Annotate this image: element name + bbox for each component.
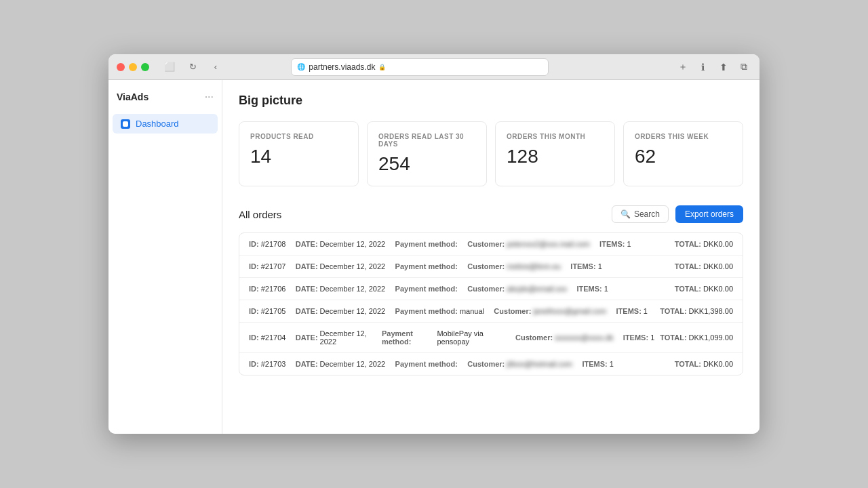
browser-controls: ⬜ ↻ ‹ <box>160 60 225 75</box>
stat-value-products-read: 14 <box>250 146 347 167</box>
stat-card-products-read: PRODUCTS READ 14 <box>239 121 359 186</box>
order-customer-field: Customer: abcjdx@email.xxx <box>467 285 567 293</box>
order-total-field: TOTAL: DKK0.00 <box>675 262 733 270</box>
order-date-field: DATE: December 12, 2022 <box>296 329 372 346</box>
search-icon: 🔍 <box>620 209 631 219</box>
order-items-field: ITEMS: 1 <box>623 333 654 342</box>
sidebar-item-dashboard[interactable]: Dashboard <box>113 114 218 134</box>
export-orders-button[interactable]: Export orders <box>675 205 743 223</box>
order-payment-field: Payment method: <box>395 285 458 293</box>
sidebar-logo: ViaAds ··· <box>108 91 222 114</box>
share-button[interactable]: ⬆ <box>716 60 731 75</box>
order-payment-field: Payment method: <box>395 240 458 248</box>
search-button[interactable]: 🔍 Search <box>612 205 669 223</box>
url-text: partners.viaads.dk <box>309 62 375 72</box>
stats-grid: PRODUCTS READ 14 ORDERS READ LAST 30 DAY… <box>239 121 743 186</box>
section-actions: 🔍 Search Export orders <box>612 205 743 223</box>
table-row[interactable]: ID: #21705 DATE: December 12, 2022 Payme… <box>239 300 743 323</box>
order-total-field: TOTAL: DKK0.00 <box>675 240 733 248</box>
sidebar-toggle-button[interactable]: ⬜ <box>160 60 179 75</box>
order-customer-field: Customer: sxxxxxx@xxxx.dk <box>515 333 613 342</box>
stat-value-orders-last-30: 254 <box>378 153 475 175</box>
order-items-field: ITEMS: 1 <box>582 360 613 368</box>
sidebar-menu-button[interactable]: ··· <box>205 91 214 103</box>
info-button[interactable]: ℹ <box>696 60 711 75</box>
stat-label-orders-month: ORDERS THIS MONTH <box>507 133 604 140</box>
table-row[interactable]: ID: #21708 DATE: December 12, 2022 Payme… <box>239 233 743 256</box>
stat-label-products-read: PRODUCTS READ <box>250 133 347 140</box>
close-button[interactable] <box>117 63 125 71</box>
section-header: All orders 🔍 Search Export orders <box>239 205 743 223</box>
order-total-field: TOTAL: DKK0.00 <box>675 360 733 368</box>
table-row[interactable]: ID: #21707 DATE: December 12, 2022 Payme… <box>239 256 743 278</box>
dashboard-icon <box>121 119 130 129</box>
order-payment-field: Payment method: manual <box>395 307 484 315</box>
stat-value-orders-week: 62 <box>635 146 732 167</box>
page-title: Big picture <box>239 94 743 108</box>
order-id-field: ID: #21707 <box>249 262 285 270</box>
stat-card-orders-month: ORDERS THIS MONTH 128 <box>495 121 615 186</box>
sidebar: ViaAds ··· Dashboard <box>108 80 222 434</box>
order-date-field: DATE: December 12, 2022 <box>296 307 385 315</box>
orders-list: ID: #21708 DATE: December 12, 2022 Payme… <box>239 232 743 375</box>
order-date-field: DATE: December 12, 2022 <box>296 360 385 368</box>
order-items-field: ITEMS: 1 <box>577 285 608 293</box>
stat-card-orders-week: ORDERS THIS WEEK 62 <box>623 121 743 186</box>
order-id-field: ID: #21708 <box>249 240 285 248</box>
reload-button[interactable]: ↻ <box>183 60 202 75</box>
order-payment-field: Payment method: <box>395 360 458 368</box>
order-customer-field: Customer: jillxxx@hotmail.com <box>467 360 572 368</box>
order-date-field: DATE: December 12, 2022 <box>296 262 385 270</box>
stat-label-orders-last-30: ORDERS READ LAST 30 DAYS <box>378 133 475 148</box>
browser-titlebar: ⬜ ↻ ‹ 🌐 partners.viaads.dk 🔒 ＋ ℹ ⬆ ⧉ <box>108 54 760 80</box>
order-payment-field: Payment method: <box>395 262 458 270</box>
order-items-field: ITEMS: 1 <box>570 262 601 270</box>
order-total-field: TOTAL: DKK1,398.00 <box>660 307 733 315</box>
address-bar[interactable]: 🌐 partners.viaads.dk 🔒 <box>291 58 549 76</box>
browser-window: ⬜ ↻ ‹ 🌐 partners.viaads.dk 🔒 ＋ ℹ ⬆ ⧉ Via… <box>108 54 760 434</box>
lock-icon: 🔒 <box>378 64 386 70</box>
order-total-field: TOTAL: DKK0.00 <box>675 285 733 293</box>
order-id-field: ID: #21705 <box>249 307 285 315</box>
table-row[interactable]: ID: #21706 DATE: December 12, 2022 Payme… <box>239 278 743 300</box>
stat-card-orders-last-30: ORDERS READ LAST 30 DAYS 254 <box>367 121 487 186</box>
order-payment-field: Payment method: MobilePay via pensopay <box>382 329 506 346</box>
minimize-button[interactable] <box>129 63 137 71</box>
dashboard-icon-inner <box>123 121 128 127</box>
order-items-field: ITEMS: 1 <box>616 307 648 315</box>
order-date-field: DATE: December 12, 2022 <box>296 285 385 293</box>
back-button[interactable]: ‹ <box>206 60 225 75</box>
table-row[interactable]: ID: #21703 DATE: December 12, 2022 Payme… <box>239 353 743 375</box>
main-content: Big picture PRODUCTS READ 14 ORDERS READ… <box>222 80 760 434</box>
stat-label-orders-week: ORDERS THIS WEEK <box>635 133 732 140</box>
order-customer-field: Customer: peterxxx2@xxx.mail.com <box>467 240 589 248</box>
order-customer-field: Customer: janethxxx@gmail.com <box>494 307 606 315</box>
traffic-lights <box>117 63 149 71</box>
stat-value-orders-month: 128 <box>507 146 604 167</box>
table-row[interactable]: ID: #21704 DATE: December 12, 2022 Payme… <box>239 323 743 353</box>
order-id-field: ID: #21704 <box>249 333 285 342</box>
section-title: All orders <box>239 209 281 220</box>
order-items-field: ITEMS: 1 <box>599 240 631 248</box>
tabs-button[interactable]: ⧉ <box>736 60 751 75</box>
browser-actions: ＋ ℹ ⬆ ⧉ <box>675 60 751 75</box>
app-logo-text: ViaAds <box>117 92 149 102</box>
order-id-field: ID: #21706 <box>249 285 285 293</box>
order-customer-field: Customer: metine@linm.eu <box>467 262 561 270</box>
new-tab-button[interactable]: ＋ <box>675 60 690 75</box>
search-label: Search <box>634 209 660 219</box>
browser-content: ViaAds ··· Dashboard Big picture PRODUCT… <box>108 80 760 434</box>
globe-icon: 🌐 <box>297 63 305 70</box>
sidebar-item-label: Dashboard <box>136 119 179 129</box>
order-date-field: DATE: December 12, 2022 <box>296 240 385 248</box>
maximize-button[interactable] <box>141 63 149 71</box>
order-id-field: ID: #21703 <box>249 360 285 368</box>
order-total-field: TOTAL: DKK1,099.00 <box>660 333 733 342</box>
